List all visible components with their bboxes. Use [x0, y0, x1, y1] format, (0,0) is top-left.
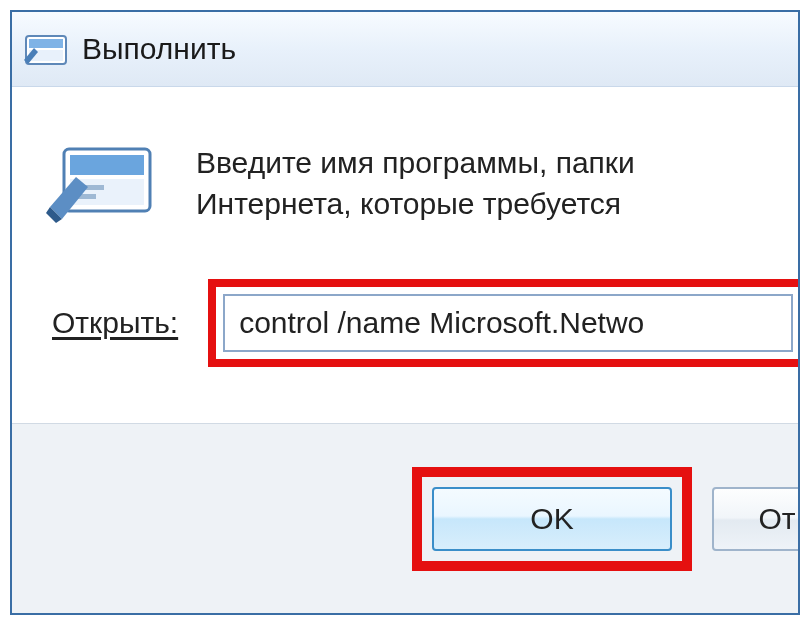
- ok-highlight-box: OK: [412, 467, 692, 571]
- run-dialog: Выполнить Введите имя программы, папки И…: [10, 10, 800, 615]
- button-area: OK От: [12, 423, 798, 613]
- dialog-title: Выполнить: [82, 32, 236, 66]
- svg-rect-1: [29, 39, 63, 48]
- dialog-client-area: Введите имя программы, папки Интернета, …: [12, 87, 798, 427]
- run-titlebar-icon: [24, 30, 68, 68]
- cancel-button[interactable]: От: [712, 487, 800, 551]
- info-text-line1: Введите имя программы, папки: [196, 143, 635, 184]
- open-input[interactable]: [223, 294, 793, 352]
- info-row: Введите имя программы, папки Интернета, …: [12, 137, 798, 227]
- titlebar[interactable]: Выполнить: [12, 12, 798, 87]
- open-row: Открыть:: [12, 279, 798, 367]
- run-program-icon: [46, 137, 156, 227]
- ok-button[interactable]: OK: [432, 487, 672, 551]
- info-text-line2: Интернета, которые требуется: [196, 184, 635, 225]
- svg-rect-4: [70, 155, 144, 175]
- open-label: Открыть:: [52, 306, 178, 340]
- info-text: Введите имя программы, папки Интернета, …: [196, 137, 635, 224]
- input-highlight-box: [208, 279, 800, 367]
